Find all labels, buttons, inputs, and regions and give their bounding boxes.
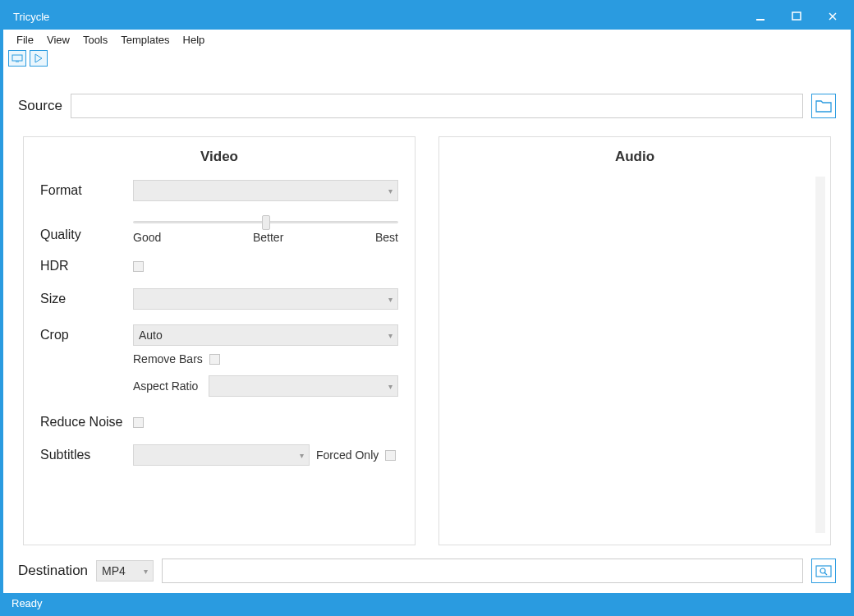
svg-marker-6	[35, 54, 42, 62]
size-label: Size	[40, 292, 133, 306]
menu-templates[interactable]: Templates	[114, 32, 176, 48]
window-title: Tricycle	[13, 11, 742, 23]
svg-rect-5	[16, 62, 19, 62]
quality-tick-better: Better	[253, 231, 283, 244]
svg-rect-7	[816, 566, 831, 577]
monitor-icon	[11, 54, 23, 62]
video-panel: Video Format ▾ Quality	[23, 136, 416, 545]
size-combo[interactable]: ▾	[133, 288, 398, 310]
audio-panel-title: Audio	[456, 149, 814, 165]
menu-tools[interactable]: Tools	[76, 32, 114, 48]
destination-browse-button[interactable]	[811, 559, 836, 583]
quality-label: Quality	[40, 228, 133, 244]
hdr-label: HDR	[40, 259, 133, 274]
panels: Video Format ▾ Quality	[23, 136, 831, 545]
format-label: Format	[40, 183, 133, 198]
titlebar: Tricycle	[3, 3, 851, 30]
destination-label: Destination	[18, 563, 88, 579]
maximize-button[interactable]	[778, 3, 815, 30]
start-button[interactable]	[30, 50, 48, 67]
chevron-down-icon: ▾	[388, 331, 393, 340]
subtitles-label: Subtitles	[40, 448, 133, 462]
crop-label: Crop	[40, 328, 133, 342]
menu-help[interactable]: Help	[177, 32, 212, 48]
chevron-down-icon: ▾	[388, 382, 393, 391]
svg-rect-0	[756, 19, 764, 21]
source-row: Source	[18, 94, 836, 118]
source-browse-button[interactable]	[811, 94, 836, 118]
quality-slider-thumb[interactable]	[262, 215, 270, 230]
chevron-down-icon: ▾	[300, 451, 304, 460]
reduce-noise-checkbox[interactable]	[133, 417, 144, 428]
forced-only-label: Forced Only	[316, 448, 379, 462]
menu-file[interactable]: File	[10, 32, 40, 48]
play-icon	[34, 53, 43, 63]
toolbar	[3, 49, 851, 67]
minimize-button[interactable]	[742, 3, 778, 30]
container-value: MP4	[102, 564, 126, 577]
preview-button[interactable]	[8, 50, 26, 67]
statusbar: Ready	[3, 593, 851, 613]
chevron-down-icon: ▾	[388, 186, 393, 195]
remove-bars-label: Remove Bars	[133, 352, 203, 365]
svg-rect-1	[792, 12, 801, 20]
folder-search-icon	[815, 564, 832, 577]
audio-panel: Audio	[438, 136, 831, 545]
subtitles-combo[interactable]: ▾	[133, 444, 310, 466]
close-button[interactable]	[815, 3, 851, 30]
audio-scrollbar[interactable]	[815, 177, 825, 533]
svg-line-9	[824, 572, 827, 575]
chevron-down-icon: ▾	[388, 295, 393, 304]
video-panel-title: Video	[40, 149, 398, 165]
remove-bars-checkbox[interactable]	[209, 354, 220, 365]
menu-view[interactable]: View	[40, 32, 76, 48]
crop-combo[interactable]: Auto ▾	[133, 324, 398, 346]
quality-tick-good: Good	[133, 231, 161, 244]
quality-tick-best: Best	[375, 231, 398, 244]
content-area: Source Video Format ▾ Quality	[3, 67, 851, 593]
svg-rect-4	[12, 55, 22, 61]
destination-input[interactable]	[162, 559, 803, 583]
crop-value: Auto	[139, 329, 163, 342]
destination-row: Destination MP4 ▾	[18, 559, 836, 583]
status-text: Ready	[11, 597, 43, 609]
folder-icon	[815, 99, 832, 113]
chevron-down-icon: ▾	[144, 567, 148, 576]
hdr-checkbox[interactable]	[133, 261, 144, 272]
source-label: Source	[18, 98, 62, 114]
menubar: File View Tools Templates Help	[3, 30, 851, 49]
container-combo[interactable]: MP4 ▾	[96, 560, 154, 582]
forced-only-checkbox[interactable]	[385, 450, 396, 461]
reduce-noise-label: Reduce Noise	[40, 415, 133, 430]
aspect-ratio-label: Aspect Ratio	[133, 379, 202, 393]
aspect-ratio-combo[interactable]: ▾	[209, 375, 398, 397]
source-input[interactable]	[71, 94, 803, 118]
quality-slider[interactable]	[133, 216, 398, 228]
format-combo[interactable]: ▾	[133, 180, 398, 201]
